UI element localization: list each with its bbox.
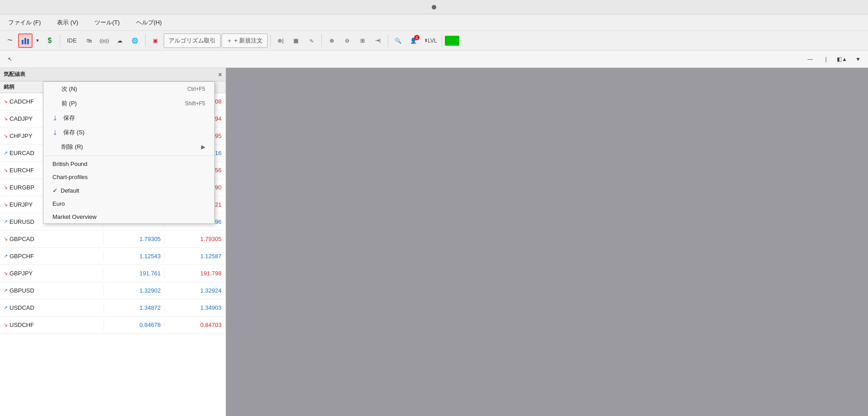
table-row[interactable]: ↗ GBPCHF 1.12543 1.12587 bbox=[0, 248, 226, 265]
menu-view[interactable]: 表示 (V) bbox=[53, 17, 82, 28]
draw-shapes-button[interactable]: ◧▲ bbox=[835, 52, 849, 66]
cell-bid: 1.12543 bbox=[104, 251, 165, 261]
cell-ask: 1.34903 bbox=[165, 303, 226, 313]
separator-1 bbox=[60, 34, 60, 47]
cell-bid: 191.761 bbox=[104, 268, 165, 279]
cell-ask: 1.79305 bbox=[165, 234, 226, 244]
cell-bid: 1.32902 bbox=[104, 285, 165, 296]
svg-rect-2 bbox=[27, 39, 29, 44]
main-area: 気配値表 × 銘柄 売気配(... 買気配(... ↘ CADCHF 0.628… bbox=[0, 68, 868, 416]
chart-dropdown-button[interactable]: ▼ bbox=[33, 33, 42, 48]
bag-button[interactable]: 🛍 bbox=[82, 33, 96, 48]
save-s-icon: ⤓ bbox=[52, 129, 60, 136]
direction-arrow-icon: ↗ bbox=[4, 150, 8, 156]
cloud-button[interactable]: ☁ bbox=[113, 33, 127, 48]
line-chart-button[interactable]: 〜 bbox=[3, 33, 17, 48]
algo-stop-button[interactable]: ▣ bbox=[148, 33, 163, 48]
svg-rect-0 bbox=[22, 40, 24, 44]
table-row[interactable]: ↘ GBPCAD 1.79305 1.79305 bbox=[0, 231, 226, 248]
direction-arrow-icon: ↘ bbox=[4, 202, 8, 208]
menu-file[interactable]: ファイル (F) bbox=[5, 17, 44, 28]
draw-vertical-button[interactable]: | bbox=[819, 52, 833, 66]
menu-next[interactable]: 次 (N) Ctrl+F5 bbox=[43, 82, 214, 96]
notifications-button[interactable]: 👤 1 bbox=[406, 33, 421, 48]
direction-arrow-icon: ↗ bbox=[4, 219, 8, 225]
plus-icon: ＋ bbox=[226, 37, 232, 45]
cell-symbol: ↗ USDCAD bbox=[0, 303, 104, 313]
direction-arrow-icon: ↘ bbox=[4, 270, 8, 276]
cell-symbol: ↘ GBPJPY bbox=[0, 268, 104, 279]
cell-symbol: ↗ GBPCHF bbox=[0, 251, 104, 261]
indicators-button[interactable]: ∿ bbox=[304, 33, 319, 48]
green-status-box bbox=[445, 36, 459, 46]
globe-button[interactable]: 🌐 bbox=[128, 33, 142, 48]
cell-symbol: ↗ GBPUSD bbox=[0, 285, 104, 296]
dropdown-menu: 次 (N) Ctrl+F5 前 (P) Shift+F5 ⤓ 保存 ⤓ 保存 (… bbox=[43, 81, 215, 224]
menu-euro[interactable]: Euro bbox=[43, 197, 214, 210]
panel-close-button[interactable]: × bbox=[218, 71, 222, 78]
search-button[interactable]: 🔍 bbox=[391, 33, 406, 48]
menu-save[interactable]: ⤓ 保存 bbox=[43, 111, 214, 125]
direction-arrow-icon: ↘ bbox=[4, 322, 8, 328]
direction-arrow-icon: ↘ bbox=[4, 116, 8, 122]
zoom-in-button[interactable]: ⊕ bbox=[325, 33, 339, 48]
algo-trade-button[interactable]: アルゴリズム取引 bbox=[164, 33, 221, 48]
scroll-end-button[interactable]: ⇥| bbox=[371, 33, 385, 48]
menu-help[interactable]: ヘルプ(H) bbox=[132, 17, 165, 28]
menu-prev[interactable]: 前 (P) Shift+F5 bbox=[43, 96, 214, 111]
market-watch-panel: 気配値表 × 銘柄 売気配(... 買気配(... ↘ CADCHF 0.628… bbox=[0, 68, 226, 416]
new-order-button[interactable]: ＋ + 新規注文 bbox=[222, 33, 268, 48]
menu-save-s-label: 保存 (S) bbox=[63, 128, 85, 137]
menu-delete[interactable]: 削除 (R) ▶ bbox=[43, 140, 214, 154]
dollar-button[interactable]: $ bbox=[42, 33, 57, 48]
menu-save-s[interactable]: ⤓ 保存 (S) bbox=[43, 125, 214, 140]
menu-next-shortcut: Ctrl+F5 bbox=[187, 86, 205, 92]
draw-line-button[interactable]: — bbox=[803, 52, 817, 66]
table-row[interactable]: ↘ GBPJPY 191.761 191.798 bbox=[0, 265, 226, 282]
arrow-up-icon: ⬆ bbox=[424, 38, 428, 43]
draw-dropdown-button[interactable]: ▼ bbox=[851, 52, 865, 66]
cell-bid: 1.79305 bbox=[104, 234, 165, 244]
menu-prev-label: 前 (P) bbox=[61, 99, 77, 108]
lvl-button[interactable]: ⬆ LVL bbox=[422, 33, 439, 48]
cell-symbol: ↘ USDCHF bbox=[0, 320, 104, 330]
grid-button[interactable]: ⊞ bbox=[355, 33, 370, 48]
cell-ask: 1.12587 bbox=[165, 251, 226, 261]
menu-default-label: Default bbox=[61, 187, 79, 194]
menu-bar: ファイル (F) 表示 (V) ツール(T) ヘルプ(H) bbox=[0, 14, 868, 31]
bar-chart-icon bbox=[21, 36, 30, 45]
separator-4 bbox=[321, 34, 322, 47]
bar-chart-button[interactable] bbox=[18, 33, 33, 48]
cell-ask: 191.798 bbox=[165, 268, 226, 279]
table-row[interactable]: ↗ GBPUSD 1.32902 1.32924 bbox=[0, 282, 226, 299]
menu-delete-label: 削除 (R) bbox=[61, 143, 83, 151]
menu-chart-profiles[interactable]: Chart-profiles bbox=[43, 170, 214, 184]
title-dot bbox=[432, 5, 436, 9]
direction-arrow-icon: ↘ bbox=[4, 167, 8, 173]
menu-default[interactable]: ✓ Default bbox=[43, 184, 214, 197]
toolbar: 〜 ▼ $ IDE 🛍 ((o)) ☁ 🌐 ▣ アルゴリズム取引 ＋ + 新規注… bbox=[0, 31, 868, 51]
cell-ask: 0.84703 bbox=[165, 320, 226, 330]
radio-button[interactable]: ((o)) bbox=[97, 33, 112, 48]
zoom-out-button[interactable]: ⊖ bbox=[340, 33, 354, 48]
menu-prev-shortcut: Shift+F5 bbox=[185, 100, 205, 107]
menu-market-overview[interactable]: Market Overview bbox=[43, 210, 214, 223]
menu-next-label: 次 (N) bbox=[61, 85, 77, 93]
menu-tools[interactable]: ツール(T) bbox=[91, 17, 123, 28]
direction-arrow-icon: ↘ bbox=[4, 99, 8, 104]
new-order-label: + 新規注文 bbox=[234, 37, 263, 45]
menu-save-label: 保存 bbox=[63, 114, 75, 122]
direction-arrow-icon: ↗ bbox=[4, 305, 8, 311]
cell-bid: 1.34872 bbox=[104, 303, 165, 313]
cursor-button[interactable]: ↖ bbox=[3, 52, 17, 66]
menu-british-pound[interactable]: British Pound bbox=[43, 157, 214, 170]
chart-layout-button[interactable]: ▦ bbox=[289, 33, 303, 48]
table-row[interactable]: ↗ USDCAD 1.34872 1.34903 bbox=[0, 299, 226, 317]
table-row[interactable]: ↘ USDCHF 0.84678 0.84703 bbox=[0, 317, 226, 334]
separator-5 bbox=[388, 34, 388, 47]
direction-arrow-icon: ↗ bbox=[4, 288, 8, 293]
ide-button[interactable]: IDE bbox=[63, 33, 81, 48]
direction-arrow-icon: ↘ bbox=[4, 133, 8, 139]
lvl-label: LVL bbox=[428, 38, 437, 44]
depth-button[interactable]: ⊕| bbox=[274, 33, 288, 48]
